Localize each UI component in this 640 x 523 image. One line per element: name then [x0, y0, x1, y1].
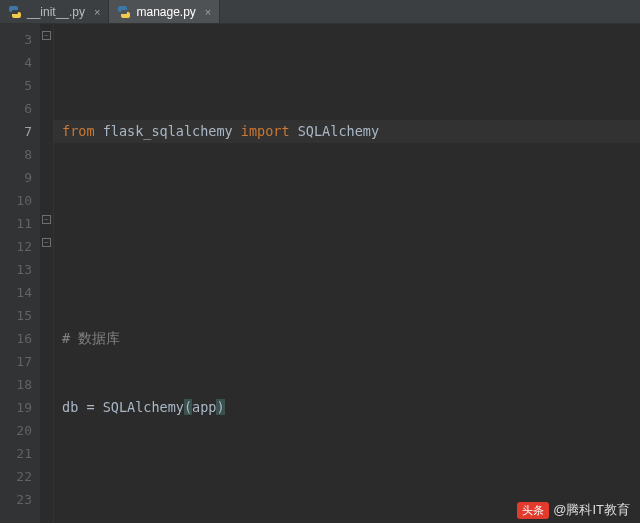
code-area[interactable]: from flask_sqlalchemy import SQLAlchemy …	[54, 24, 640, 523]
tab-label: __init__.py	[27, 5, 85, 19]
code-line: # 数据库	[62, 327, 640, 350]
close-icon[interactable]: ×	[205, 6, 211, 18]
python-file-icon	[8, 5, 22, 19]
tab-bar: __init__.py × manage.py ×	[0, 0, 640, 24]
line-number: 20	[0, 419, 32, 442]
editor: 34567891011121314151617181920212223 − − …	[0, 24, 640, 523]
line-number: 15	[0, 304, 32, 327]
line-number: 10	[0, 189, 32, 212]
watermark-text: @腾科IT教育	[553, 501, 630, 519]
code-line: from flask_sqlalchemy import SQLAlchemy	[62, 120, 640, 143]
fold-column: − − −	[40, 24, 54, 523]
line-number: 19	[0, 396, 32, 419]
fold-marker[interactable]: −	[42, 238, 51, 247]
line-number: 9	[0, 166, 32, 189]
line-number: 8	[0, 143, 32, 166]
line-number: 7	[0, 120, 32, 143]
code-line	[62, 189, 640, 212]
line-number: 22	[0, 465, 32, 488]
line-number: 16	[0, 327, 32, 350]
code-line	[62, 258, 640, 281]
line-number: 14	[0, 281, 32, 304]
line-number: 5	[0, 74, 32, 97]
close-icon[interactable]: ×	[94, 6, 100, 18]
line-number: 13	[0, 258, 32, 281]
watermark-badge: 头条	[517, 502, 549, 519]
code-line: db = SQLAlchemy(app)	[62, 396, 640, 419]
tab-manage-py[interactable]: manage.py ×	[109, 0, 220, 23]
watermark: 头条 @腾科IT教育	[517, 501, 630, 519]
line-number: 12	[0, 235, 32, 258]
line-number: 11	[0, 212, 32, 235]
line-number: 18	[0, 373, 32, 396]
tab-init-py[interactable]: __init__.py ×	[0, 0, 109, 23]
line-number: 4	[0, 51, 32, 74]
fold-marker[interactable]: −	[42, 215, 51, 224]
line-number: 23	[0, 488, 32, 511]
line-number: 17	[0, 350, 32, 373]
code-line	[62, 465, 640, 488]
line-number: 6	[0, 97, 32, 120]
tab-label: manage.py	[136, 5, 195, 19]
python-file-icon	[117, 5, 131, 19]
line-number-gutter: 34567891011121314151617181920212223	[0, 24, 40, 523]
line-number: 21	[0, 442, 32, 465]
line-number: 3	[0, 28, 32, 51]
fold-marker[interactable]: −	[42, 31, 51, 40]
